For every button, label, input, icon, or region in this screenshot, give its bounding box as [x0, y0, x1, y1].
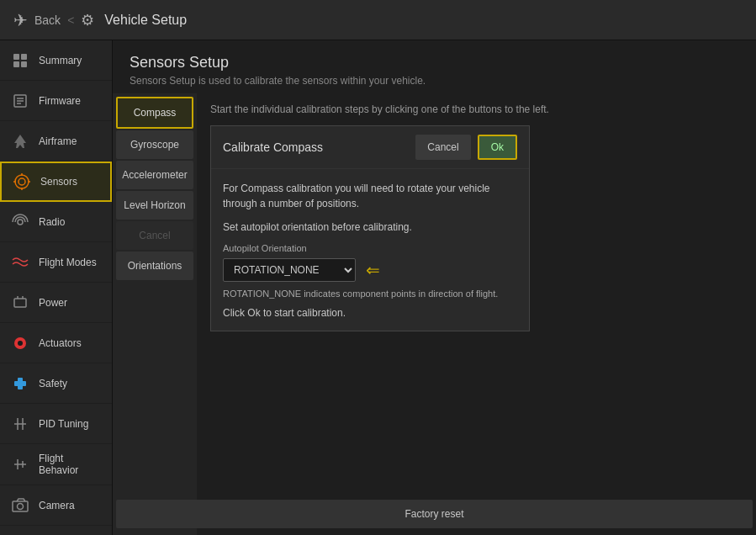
- sidebar-item-airframe[interactable]: Airframe: [0, 121, 112, 162]
- pid-tuning-icon: [10, 414, 30, 434]
- arrow-icon: ⇐: [366, 260, 380, 280]
- rotation-select[interactable]: ROTATION_NONE ROTATION_YAW_45 ROTATION_Y…: [223, 258, 356, 282]
- sensor-layout: Compass Gyroscope Accelerometer Level Ho…: [113, 93, 756, 535]
- summary-icon: [10, 50, 30, 71]
- svg-point-9: [15, 175, 29, 188]
- sensor-main-area: Start the individual calibration steps b…: [197, 93, 756, 535]
- svg-rect-3: [21, 61, 27, 67]
- section-title: Sensors Setup: [130, 54, 739, 72]
- svg-point-19: [18, 341, 23, 346]
- svg-point-29: [18, 503, 24, 509]
- sidebar-item-flight-modes[interactable]: Flight Modes: [0, 242, 112, 283]
- rotation-description: ROTATION_NONE indicates component points…: [223, 289, 517, 299]
- dialog-action-buttons: Cancel Ok: [415, 135, 517, 160]
- sidebar-label-pid-tuning: PID Tuning: [39, 418, 88, 430]
- sidebar-label-power: Power: [39, 297, 67, 309]
- calibrate-compass-dialog: Calibrate Compass Cancel Ok For Compass …: [210, 125, 530, 331]
- cancel-sensor-button: Cancel: [116, 221, 193, 250]
- separator: <: [67, 13, 74, 27]
- sidebar-label-sensors: Sensors: [40, 176, 77, 188]
- rotation-row: ROTATION_NONE ROTATION_YAW_45 ROTATION_Y…: [223, 258, 517, 282]
- main-content: Sensors Setup Sensors Setup is used to c…: [113, 40, 756, 535]
- autopilot-orientation-label: Autopilot Orientation: [223, 243, 517, 253]
- actuators-icon: [10, 333, 30, 353]
- sidebar-item-safety[interactable]: Safety: [0, 363, 112, 404]
- sidebar-label-firmware: Firmware: [39, 95, 81, 107]
- flight-behavior-icon: [10, 454, 30, 474]
- svg-rect-15: [14, 299, 26, 307]
- sidebar-label-camera: Camera: [39, 500, 75, 511]
- sidebar-item-radio[interactable]: Radio: [0, 202, 112, 242]
- radio-icon: [10, 212, 30, 232]
- sidebar-item-firmware[interactable]: Firmware: [0, 81, 112, 121]
- dialog-text-2: Set autopilot orientation before calibra…: [223, 220, 517, 235]
- accelerometer-button[interactable]: Accelerometer: [116, 161, 193, 189]
- airframe-icon: [10, 131, 30, 151]
- svg-rect-1: [21, 54, 27, 60]
- sidebar-label-radio: Radio: [39, 216, 65, 228]
- dialog-title: Calibrate Compass: [223, 140, 323, 154]
- sidebar-label-summary: Summary: [39, 55, 82, 66]
- sidebar-item-power[interactable]: Power: [0, 283, 112, 323]
- main-layout: Summary Firmware Airframe Sensors Radio: [0, 40, 756, 535]
- page-title: Vehicle Setup: [104, 13, 187, 28]
- compass-button[interactable]: Compass: [116, 97, 193, 129]
- sidebar-label-airframe: Airframe: [39, 135, 77, 147]
- sidebar: Summary Firmware Airframe Sensors Radio: [0, 40, 113, 535]
- sidebar-item-sensors[interactable]: Sensors: [0, 162, 112, 202]
- sidebar-item-pid-tuning[interactable]: PID Tuning: [0, 404, 112, 444]
- dialog-text-1: For Compass calibration you will need to…: [223, 181, 517, 211]
- svg-rect-0: [13, 54, 19, 60]
- topbar: ✈ Back < ⚙ Vehicle Setup: [0, 0, 756, 40]
- sidebar-item-actuators[interactable]: Actuators: [0, 323, 112, 363]
- section-description: Sensors Setup is used to calibrate the s…: [130, 75, 739, 87]
- dialog-body: For Compass calibration you will need to…: [211, 169, 529, 331]
- sensor-hint: Start the individual calibration steps b…: [210, 103, 743, 115]
- sensors-icon: [12, 172, 32, 192]
- back-button[interactable]: Back: [34, 13, 61, 27]
- main-header: Sensors Setup Sensors Setup is used to c…: [113, 40, 756, 93]
- click-ok-text: Click Ok to start calibration.: [223, 307, 517, 319]
- sidebar-label-safety: Safety: [39, 378, 67, 389]
- svg-rect-2: [13, 61, 19, 67]
- dialog-cancel-button[interactable]: Cancel: [415, 135, 470, 160]
- back-label: Back: [34, 13, 61, 27]
- plane-icon: ✈: [13, 10, 28, 30]
- power-icon: [10, 293, 30, 313]
- sidebar-item-summary[interactable]: Summary: [0, 40, 112, 81]
- gyroscope-button[interactable]: Gyroscope: [116, 130, 193, 159]
- dialog-ok-button[interactable]: Ok: [478, 135, 517, 160]
- sidebar-label-flight-behavior: Flight Behavior: [39, 453, 102, 476]
- gear-icon: ⚙: [81, 11, 94, 29]
- firmware-icon: [10, 91, 30, 111]
- sidebar-item-flight-behavior[interactable]: Flight Behavior: [0, 444, 112, 485]
- camera-icon: [10, 495, 30, 516]
- svg-rect-21: [14, 381, 26, 386]
- sidebar-label-flight-modes: Flight Modes: [39, 257, 97, 268]
- svg-point-14: [18, 220, 23, 225]
- sidebar-label-actuators: Actuators: [39, 337, 82, 349]
- safety-icon: [10, 373, 30, 394]
- orientations-button[interactable]: Orientations: [116, 252, 193, 280]
- sidebar-item-camera[interactable]: Camera: [0, 485, 112, 526]
- flight-modes-icon: [10, 252, 30, 273]
- sensor-buttons-panel: Compass Gyroscope Accelerometer Level Ho…: [113, 93, 197, 535]
- dialog-titlebar: Calibrate Compass Cancel Ok: [211, 126, 529, 169]
- svg-point-8: [19, 178, 25, 185]
- level-horizon-button[interactable]: Level Horizon: [116, 191, 193, 220]
